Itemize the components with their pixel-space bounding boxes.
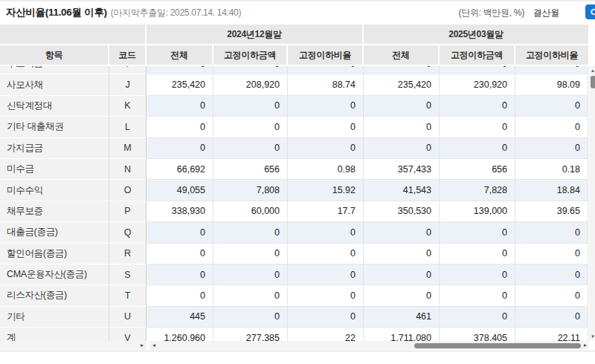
value-cell: 0 bbox=[440, 222, 515, 243]
code-cell: O bbox=[109, 180, 147, 201]
value-cell: 15.92 bbox=[288, 180, 364, 201]
last-extract-timestamp: (마지막추출일: 2025.07.14. 14:40) bbox=[111, 7, 241, 19]
item-cell: 리스자산(종금) bbox=[0, 285, 109, 306]
table-row: 부도어음I000000 bbox=[0, 66, 588, 74]
value-cell: 0 bbox=[515, 96, 588, 117]
value-cell: 22.11 bbox=[515, 328, 588, 341]
table-row: 미수수익O49,0557,80815.9241,5437,82818.84 bbox=[0, 180, 588, 201]
value-cell: 0 bbox=[364, 285, 440, 306]
data-pane-hscrollbar[interactable]: ◂ ▸ bbox=[149, 341, 589, 350]
value-cell: 0 bbox=[515, 66, 588, 74]
col-header-substandard-amount-2025: 고정이하금액 bbox=[440, 45, 515, 66]
value-cell: 0 bbox=[213, 66, 288, 74]
table-bottom-border bbox=[0, 351, 595, 351]
value-cell: 0 bbox=[440, 96, 515, 117]
code-cell: J bbox=[109, 74, 147, 95]
table-row: 계V1,260,960277,385221,711,080378,40522.1… bbox=[0, 328, 588, 341]
item-cell: 채무보증 bbox=[0, 201, 109, 222]
horizontal-scrollbar-row: ▸ ◂ ▸ bbox=[0, 341, 595, 351]
value-cell: 139,000 bbox=[440, 201, 515, 222]
value-cell: 0 bbox=[440, 285, 515, 306]
item-cell: 신탁계정대 bbox=[0, 96, 109, 117]
vertical-scrollbar[interactable]: ▴ ▾ bbox=[589, 66, 595, 341]
code-cell: K bbox=[109, 96, 147, 117]
settlement-month-toggle-button[interactable]: ON bbox=[585, 4, 595, 19]
header-right: (단위: 백만원, %) 결산월 bbox=[458, 7, 588, 19]
frozen-pane-hscrollbar[interactable]: ▸ bbox=[0, 341, 147, 350]
scroll-up-icon[interactable]: ▴ bbox=[589, 66, 595, 75]
value-cell: 0 bbox=[147, 138, 213, 159]
value-cell: 0 bbox=[213, 285, 288, 306]
value-cell: 0 bbox=[147, 222, 213, 243]
settlement-month-label: 결산월 bbox=[533, 7, 559, 19]
value-cell: 1,711,080 bbox=[364, 328, 440, 341]
value-cell: 0 bbox=[364, 264, 440, 285]
code-cell: U bbox=[109, 307, 147, 328]
value-cell: 0 bbox=[213, 138, 288, 159]
code-cell: R bbox=[109, 244, 147, 264]
value-cell: 0 bbox=[515, 222, 588, 243]
value-cell: 0 bbox=[440, 138, 515, 159]
table-body: 부도어음I000000사모사채J235,420208,92088.74235,4… bbox=[0, 66, 588, 341]
item-cell: 기타 대출채권 bbox=[0, 117, 109, 137]
value-cell: 445 bbox=[147, 307, 213, 328]
table-row: 기타U4450046100 bbox=[0, 307, 588, 328]
value-cell: 0 bbox=[288, 222, 364, 243]
value-cell: 0 bbox=[440, 66, 515, 74]
value-cell: 0 bbox=[288, 285, 364, 306]
table-row: 신탁계정대K000000 bbox=[0, 96, 588, 117]
unit-label: (단위: 백만원, %) bbox=[458, 7, 524, 19]
table-row: 대출금(종금)Q000000 bbox=[0, 222, 588, 243]
value-cell: 0 bbox=[288, 117, 364, 137]
vscrollbar-thumb[interactable] bbox=[591, 76, 595, 88]
value-cell: 0 bbox=[364, 222, 440, 243]
value-cell: 338,930 bbox=[147, 201, 213, 222]
item-cell: 미수금 bbox=[0, 159, 109, 180]
scroll-down-icon[interactable]: ▾ bbox=[589, 332, 595, 341]
value-cell: 0 bbox=[288, 264, 364, 285]
col-header-substandard-ratio-2024: 고정이하비율 bbox=[288, 45, 364, 66]
value-cell: 7,828 bbox=[440, 180, 515, 201]
value-cell: 0 bbox=[515, 264, 588, 285]
item-cell: 할인어음(종금) bbox=[0, 244, 109, 264]
value-cell: 656 bbox=[440, 159, 515, 180]
value-cell: 0 bbox=[288, 138, 364, 159]
table-row: CMA운용자산(종금)S000000 bbox=[0, 264, 588, 285]
item-cell: 가지급금 bbox=[0, 138, 109, 159]
value-cell: 0 bbox=[288, 66, 364, 74]
value-cell: 0.98 bbox=[288, 159, 364, 180]
value-cell: 0 bbox=[213, 96, 288, 117]
value-cell: 0 bbox=[440, 307, 515, 328]
table-row: 가지급금M000000 bbox=[0, 138, 588, 159]
item-cell: 계 bbox=[0, 328, 109, 341]
value-cell: 277,385 bbox=[213, 328, 288, 341]
scroll-right-icon[interactable]: ▸ bbox=[141, 341, 144, 350]
value-cell: 0 bbox=[288, 96, 364, 117]
value-cell: 98.09 bbox=[515, 74, 588, 95]
item-cell: 사모사채 bbox=[0, 74, 109, 95]
page-title: 자산비율(11.06월 이후) bbox=[6, 6, 107, 19]
code-cell: Q bbox=[109, 222, 147, 243]
value-cell: 0 bbox=[288, 244, 364, 264]
table-row: 리스자산(종금)T000000 bbox=[0, 285, 588, 306]
col-header-substandard-amount-2024: 고정이하금액 bbox=[213, 45, 288, 66]
scroll-left-icon[interactable]: ◂ bbox=[152, 341, 155, 350]
value-cell: 235,420 bbox=[147, 74, 213, 95]
item-cell: 부도어음 bbox=[0, 66, 109, 74]
item-cell: 대출금(종금) bbox=[0, 222, 109, 243]
value-cell: 60,000 bbox=[213, 201, 288, 222]
col-header-code: 코드 bbox=[109, 45, 147, 66]
value-cell: 66,692 bbox=[147, 159, 213, 180]
code-cell: I bbox=[109, 66, 147, 74]
value-cell: 1,260,960 bbox=[147, 328, 213, 341]
value-cell: 0 bbox=[515, 244, 588, 264]
value-cell: 49,055 bbox=[147, 180, 213, 201]
item-cell: 기타 bbox=[0, 307, 109, 328]
value-cell: 0 bbox=[515, 138, 588, 159]
hscrollbar-thumb[interactable] bbox=[414, 343, 581, 348]
value-cell: 17.7 bbox=[288, 201, 364, 222]
scroll-right-icon[interactable]: ▸ bbox=[584, 341, 587, 350]
table-row: 사모사채J235,420208,92088.74235,420230,92098… bbox=[0, 74, 588, 95]
value-cell: 41,543 bbox=[364, 180, 440, 201]
col-header-substandard-ratio-2025: 고정이하비율 bbox=[515, 45, 588, 66]
